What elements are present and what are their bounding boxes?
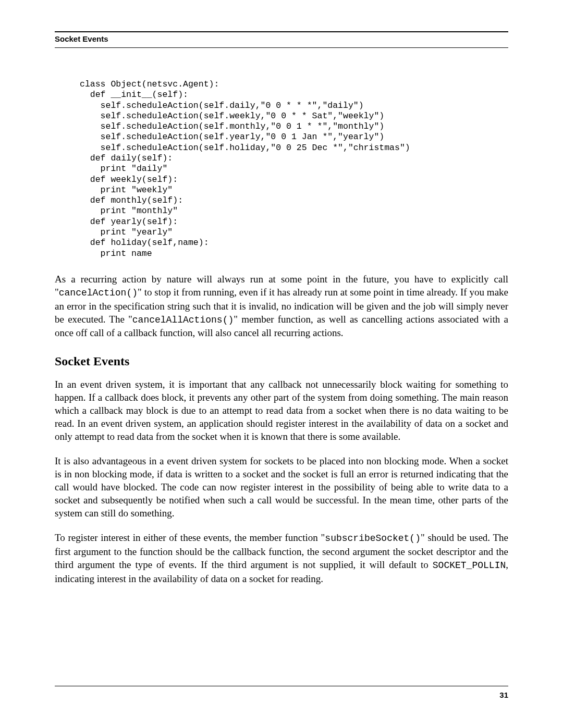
footer-rule [55, 686, 508, 686]
header-rule-bottom [55, 47, 508, 48]
inline-code-socket-pollin: SOCKET_POLLIN [433, 560, 506, 571]
paragraph-non-blocking: It is also advantageous in a event drive… [55, 454, 508, 520]
paragraph-recurring-action: As a recurring action by nature will alw… [55, 273, 508, 340]
footer: 31 [55, 686, 508, 699]
section-heading-socket-events: Socket Events [55, 354, 508, 368]
page: Socket Events class Object(netsvc.Agent)… [0, 0, 563, 728]
page-number: 31 [55, 690, 508, 699]
text-fragment: To register interest in either of these … [55, 532, 325, 543]
code-block: class Object(netsvc.Agent): def __init__… [55, 79, 508, 259]
inline-code-cancel-all-actions: cancelAllActions() [132, 315, 234, 325]
paragraph-event-driven-intro: In an event driven system, it is importa… [55, 378, 508, 443]
inline-code-cancel-action: cancelAction() [59, 288, 138, 298]
running-header: Socket Events [55, 34, 508, 43]
paragraph-subscribe-socket: To register interest in either of these … [55, 531, 508, 585]
header-rule-top [55, 31, 508, 32]
inline-code-subscribe-socket: subscribeSocket() [325, 533, 421, 544]
